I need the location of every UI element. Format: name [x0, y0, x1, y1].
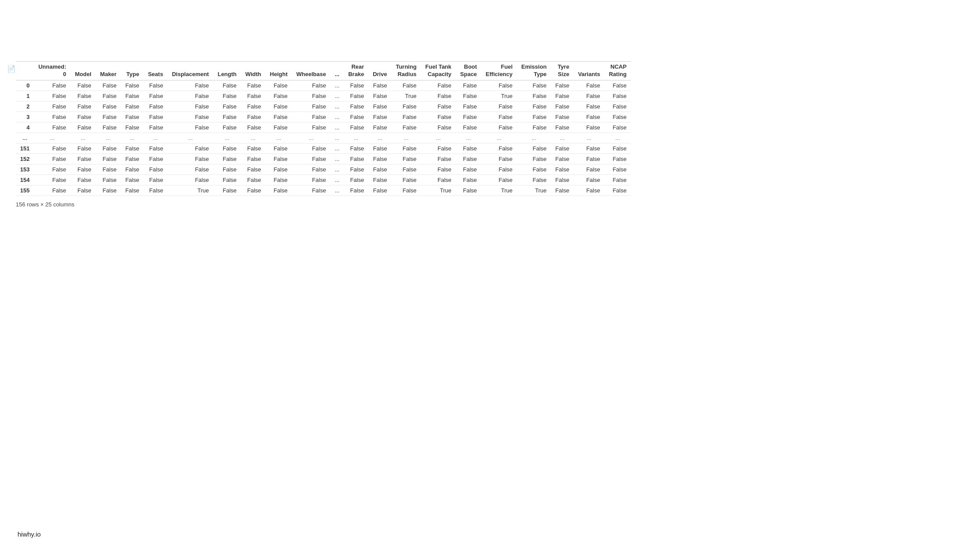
cell-rear_brake: False — [344, 122, 368, 133]
row-count-label: 156 rows × 25 columns — [16, 201, 980, 208]
cell-seats: ... — [144, 133, 168, 143]
row-index: 2 — [16, 101, 34, 112]
table-row: ........................................… — [16, 133, 631, 143]
cell-width: False — [241, 164, 266, 174]
cell-length: False — [213, 185, 241, 195]
cell-variants: False — [574, 80, 605, 91]
cell-seats: False — [144, 91, 168, 101]
cell-fuel_tank_capacity: False — [421, 122, 456, 133]
cell-seats: False — [144, 80, 168, 91]
cell-ellipsis1: ... — [330, 174, 344, 185]
col-header-seats: Seats — [144, 62, 168, 80]
cell-displacement: ... — [168, 133, 214, 143]
cell-unnamed: False — [34, 122, 71, 133]
cell-emission_type: False — [517, 164, 551, 174]
col-header-ncap_rating: NCAPRating — [605, 62, 631, 80]
cell-ellipsis1: ... — [330, 133, 344, 143]
row-index: 153 — [16, 164, 34, 174]
cell-drive: ... — [368, 133, 392, 143]
cell-drive: False — [368, 174, 392, 185]
cell-fuel_tank_capacity: False — [421, 91, 456, 101]
cell-displacement: False — [168, 153, 214, 164]
cell-boot_space: False — [456, 143, 481, 153]
cell-ellipsis1: ... — [330, 112, 344, 122]
cell-turning_radius: False — [392, 153, 421, 164]
cell-unnamed: False — [34, 80, 71, 91]
cell-seats: False — [144, 101, 168, 112]
cell-ncap_rating: False — [605, 185, 631, 195]
cell-variants: ... — [574, 133, 605, 143]
cell-displacement: False — [168, 143, 214, 153]
cell-fuel_efficiency: False — [481, 122, 517, 133]
cell-model: False — [70, 174, 96, 185]
col-header-length: Length — [213, 62, 241, 80]
cell-tyre_size: False — [551, 80, 574, 91]
cell-ellipsis1: ... — [330, 143, 344, 153]
col-header-maker: Maker — [96, 62, 121, 80]
cell-length: False — [213, 143, 241, 153]
cell-fuel_tank_capacity: False — [421, 101, 456, 112]
cell-variants: False — [574, 91, 605, 101]
table-row: 155FalseFalseFalseFalseFalseTrueFalseFal… — [16, 185, 631, 195]
cell-maker: False — [96, 164, 121, 174]
cell-tyre_size: ... — [551, 133, 574, 143]
cell-maker: False — [96, 143, 121, 153]
cell-seats: False — [144, 185, 168, 195]
cell-width: False — [241, 143, 266, 153]
cell-turning_radius: ... — [392, 133, 421, 143]
cell-turning_radius: False — [392, 112, 421, 122]
cell-boot_space: False — [456, 91, 481, 101]
col-header-fuel_tank_capacity: Fuel TankCapacity — [421, 62, 456, 80]
table-row: 153FalseFalseFalseFalseFalseFalseFalseFa… — [16, 164, 631, 174]
cell-maker: False — [96, 112, 121, 122]
cell-turning_radius: False — [392, 143, 421, 153]
cell-variants: False — [574, 143, 605, 153]
cell-rear_brake: ... — [344, 133, 368, 143]
cell-wheelbase: False — [292, 122, 330, 133]
cell-ncap_rating: False — [605, 80, 631, 91]
cell-type: False — [121, 174, 144, 185]
cell-displacement: False — [168, 164, 214, 174]
cell-width: ... — [241, 133, 266, 143]
cell-drive: False — [368, 80, 392, 91]
cell-drive: False — [368, 122, 392, 133]
row-index: ... — [16, 133, 34, 143]
cell-turning_radius: False — [392, 164, 421, 174]
col-header-drive: Drive — [368, 62, 392, 80]
table-row: 152FalseFalseFalseFalseFalseFalseFalseFa… — [16, 153, 631, 164]
cell-boot_space: ... — [456, 133, 481, 143]
cell-width: False — [241, 80, 266, 91]
col-header-rear_brake: RearBrake — [344, 62, 368, 80]
cell-fuel_efficiency: True — [481, 91, 517, 101]
cell-type: False — [121, 101, 144, 112]
cell-seats: False — [144, 122, 168, 133]
col-header-boot_space: BootSpace — [456, 62, 481, 80]
cell-height: False — [266, 153, 292, 164]
cell-type: False — [121, 164, 144, 174]
cell-height: False — [266, 174, 292, 185]
cell-variants: False — [574, 101, 605, 112]
cell-tyre_size: False — [551, 122, 574, 133]
cell-fuel_efficiency: ... — [481, 133, 517, 143]
cell-width: False — [241, 91, 266, 101]
cell-type: False — [121, 122, 144, 133]
cell-model: False — [70, 80, 96, 91]
cell-rear_brake: False — [344, 143, 368, 153]
cell-ncap_rating: False — [605, 101, 631, 112]
cell-fuel_tank_capacity: False — [421, 112, 456, 122]
cell-fuel_tank_capacity: True — [421, 185, 456, 195]
cell-fuel_efficiency: False — [481, 174, 517, 185]
cell-ellipsis1: ... — [330, 164, 344, 174]
notebook-icon[interactable]: 📄 — [7, 65, 16, 73]
cell-displacement: False — [168, 174, 214, 185]
cell-maker: False — [96, 101, 121, 112]
cell-turning_radius: False — [392, 185, 421, 195]
cell-wheelbase: False — [292, 80, 330, 91]
cell-tyre_size: False — [551, 91, 574, 101]
cell-seats: False — [144, 164, 168, 174]
cell-width: False — [241, 101, 266, 112]
cell-type: False — [121, 153, 144, 164]
cell-fuel_efficiency: False — [481, 164, 517, 174]
cell-emission_type: False — [517, 101, 551, 112]
table-row: 154FalseFalseFalseFalseFalseFalseFalseFa… — [16, 174, 631, 185]
